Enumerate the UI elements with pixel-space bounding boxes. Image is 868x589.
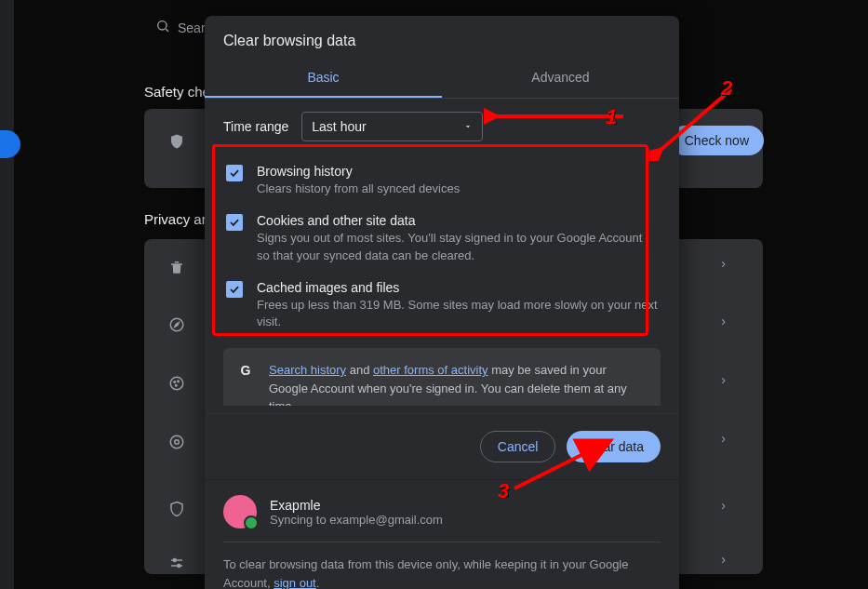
- cookie-icon: [167, 374, 186, 393]
- security-icon: [167, 433, 186, 451]
- chevron-right-icon: ›: [721, 314, 726, 328]
- tab-advanced[interactable]: Advanced: [442, 59, 679, 98]
- account-name: Exapmle: [270, 498, 443, 513]
- sync-badge-icon: [244, 515, 259, 530]
- svg-line-1: [166, 29, 168, 32]
- svg-point-8: [170, 435, 183, 448]
- google-icon: G: [236, 361, 255, 380]
- svg-marker-3: [175, 323, 180, 328]
- checkbox-cookies[interactable]: [226, 214, 243, 231]
- annotation-2: 2: [721, 76, 732, 100]
- checkbox-cached[interactable]: [226, 281, 243, 298]
- time-range-value: Last hour: [312, 119, 366, 134]
- chevron-right-icon: ›: [721, 256, 726, 271]
- chevron-right-icon: ›: [721, 431, 726, 446]
- option-desc: Signs you out of most sites. You'll stay…: [257, 230, 658, 265]
- svg-point-5: [174, 382, 176, 383]
- cancel-button[interactable]: Cancel: [480, 431, 556, 462]
- search-history-link[interactable]: Search history: [269, 363, 346, 377]
- time-range-label: Time range: [223, 119, 288, 134]
- option-title: Browsing history: [257, 164, 460, 179]
- clear-browsing-data-dialog: Clear browsing data Basic Advanced Time …: [205, 16, 679, 589]
- time-range-select[interactable]: Last hour: [301, 112, 483, 141]
- svg-point-12: [173, 559, 176, 562]
- signout-note: To clear browsing data from this device …: [223, 556, 661, 589]
- svg-point-9: [175, 440, 180, 445]
- info-text: Search history and other forms of activi…: [269, 361, 648, 406]
- clear-data-button[interactable]: Clear data: [567, 431, 661, 462]
- sign-out-link[interactable]: sign out: [274, 576, 316, 590]
- chevron-right-icon: ›: [721, 498, 726, 513]
- svg-point-0: [158, 21, 167, 30]
- avatar: [223, 495, 257, 529]
- dialog-title: Clear browsing data: [205, 16, 679, 59]
- checkbox-browsing-history[interactable]: [226, 165, 243, 181]
- sliders-icon: [167, 554, 186, 572]
- trash-icon: [167, 258, 186, 276]
- search-icon: [155, 19, 170, 36]
- account-sync: Syncing to example@gmail.com: [270, 513, 443, 527]
- svg-point-6: [178, 381, 180, 382]
- option-title: Cached images and files: [257, 280, 658, 295]
- shield-outline-icon: [167, 500, 186, 518]
- option-title: Cookies and other site data: [257, 213, 658, 228]
- chevron-right-icon: ›: [721, 372, 726, 387]
- other-activity-link[interactable]: other forms of activity: [373, 363, 488, 377]
- svg-point-13: [178, 565, 180, 568]
- compass-icon: [167, 315, 186, 334]
- tab-basic[interactable]: Basic: [205, 59, 442, 98]
- option-desc: Frees up less than 319 MB. Some sites ma…: [257, 297, 658, 332]
- svg-point-4: [170, 377, 183, 390]
- chevron-right-icon: ›: [721, 552, 726, 567]
- option-desc: Clears history from all synced devices: [257, 181, 460, 198]
- shield-icon: [167, 132, 186, 151]
- chevron-down-icon: [463, 119, 473, 134]
- svg-point-7: [176, 385, 178, 387]
